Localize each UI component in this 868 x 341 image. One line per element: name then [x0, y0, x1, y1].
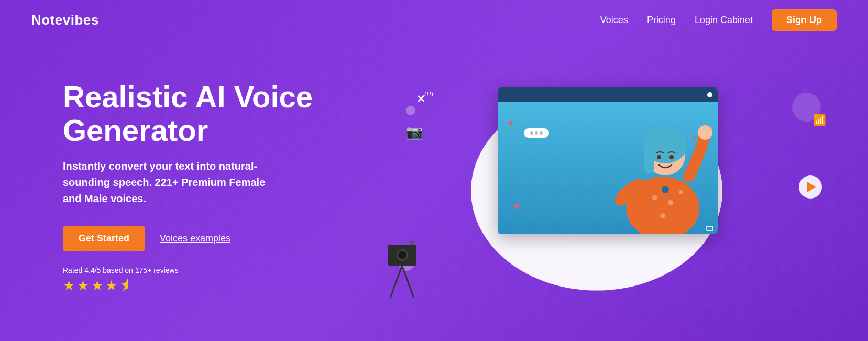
- svg-point-4: [698, 125, 712, 140]
- star-rating: ★ ★ ★ ★ ⯨: [63, 278, 335, 294]
- star-1: ★: [63, 278, 75, 294]
- svg-point-11: [662, 186, 669, 193]
- svg-point-8: [668, 200, 673, 205]
- video-content: ♥ ♥ ♥: [498, 102, 718, 234]
- close-dot: [707, 92, 712, 97]
- camera-icon-deco: 📷: [406, 124, 423, 140]
- star-3: ★: [91, 278, 103, 294]
- svg-point-10: [679, 190, 683, 194]
- svg-point-9: [660, 213, 665, 218]
- tripod-legs: [388, 266, 416, 302]
- play-triangle-icon: [807, 182, 816, 192]
- voices-examples-link[interactable]: Voices examples: [160, 233, 230, 244]
- heart-3: ♥: [513, 200, 520, 213]
- heart-1: ♥: [508, 118, 514, 129]
- logo: Notevibes: [31, 12, 99, 28]
- hero-subtitle: Instantly convert your text into natural…: [63, 158, 283, 207]
- bubble-dot-1: [530, 131, 533, 135]
- navbar: Notevibes Voices Pricing Login Cabinet S…: [0, 0, 868, 40]
- deco-lines: ////: [424, 92, 434, 97]
- nav-voices[interactable]: Voices: [600, 15, 628, 26]
- deco-circle-1: [406, 106, 415, 115]
- woman-illustration: [613, 103, 712, 234]
- video-bottom-bar: [706, 226, 713, 231]
- camera-tripod: [388, 245, 416, 302]
- hero-buttons: Get Started Voices examples: [63, 226, 335, 251]
- svg-rect-3: [644, 142, 654, 174]
- svg-point-6: [669, 155, 674, 159]
- camera-body: [388, 245, 416, 266]
- star-2: ★: [77, 278, 89, 294]
- hero-section: Realistic AI Voice Generator Instantly c…: [0, 40, 868, 318]
- play-button[interactable]: [799, 175, 822, 199]
- svg-point-5: [657, 155, 661, 159]
- star-5: ⯨: [119, 278, 133, 294]
- tripod-leg-right: [390, 265, 403, 298]
- rating-text: Rated 4.4/5 based on 175+ reviews: [63, 266, 335, 274]
- svg-point-7: [652, 195, 657, 200]
- nav-links: Voices Pricing Login Cabinet Sign Up: [600, 9, 837, 31]
- bubble-dot-3: [540, 131, 543, 135]
- video-screen: ♥ ♥ ♥: [498, 87, 718, 234]
- get-started-button[interactable]: Get Started: [63, 226, 145, 251]
- nav-login[interactable]: Login Cabinet: [695, 15, 753, 26]
- signup-button[interactable]: Sign Up: [772, 9, 837, 31]
- nav-pricing[interactable]: Pricing: [647, 15, 676, 26]
- tripod-leg-left: [401, 265, 414, 298]
- star-4: ★: [105, 278, 117, 294]
- video-screen-header: [498, 87, 718, 102]
- camera-lens: [397, 249, 408, 261]
- hero-illustration: ♥ ♥ ♥: [356, 56, 837, 318]
- hero-title: Realistic AI Voice Generator: [63, 80, 335, 147]
- hero-text-block: Realistic AI Voice Generator Instantly c…: [63, 80, 335, 294]
- rating-area: Rated 4.4/5 based on 175+ reviews ★ ★ ★ …: [63, 266, 335, 294]
- speech-bubble: [524, 128, 549, 138]
- bubble-dot-2: [535, 131, 538, 135]
- fullscreen-icon: [706, 226, 713, 231]
- page: Notevibes Voices Pricing Login Cabinet S…: [0, 0, 868, 341]
- wifi-icon: 📶: [813, 114, 826, 126]
